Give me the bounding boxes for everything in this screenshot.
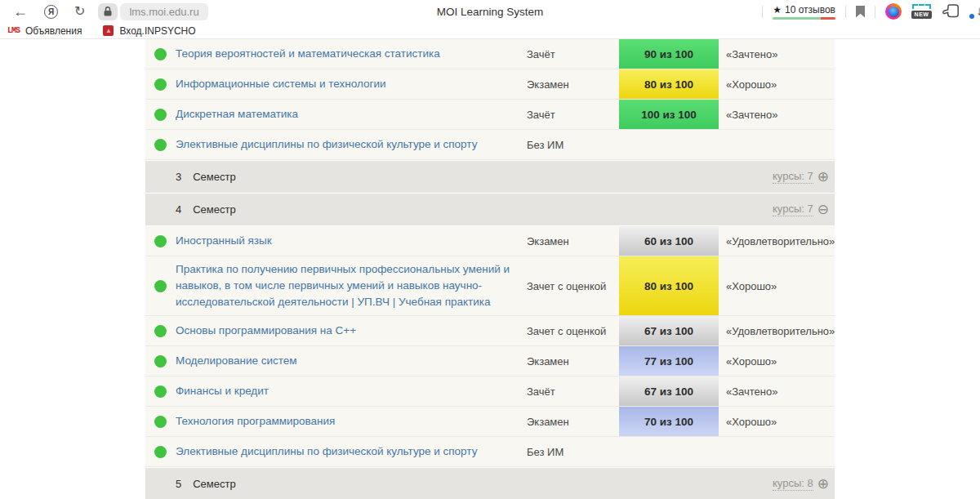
new-badge-label: NEW: [911, 11, 932, 19]
course-row: Информационные системы и технологииЭкзам…: [145, 69, 835, 100]
star-icon: ★: [773, 4, 782, 16]
exam-type-label: Экзамен: [527, 346, 619, 376]
bookmark-flag-icon[interactable]: [856, 6, 865, 18]
status-dot-icon: [154, 385, 167, 398]
course-link[interactable]: Информационные системы и технологии: [176, 76, 386, 92]
exam-type-label: Зачёт: [527, 376, 619, 406]
status-dot-icon: [154, 325, 167, 337]
score-badge: 60 из 100: [619, 226, 719, 256]
course-link[interactable]: Финансы и кредит: [176, 383, 269, 399]
course-name-cell: Практика по получению первичных професси…: [176, 256, 527, 315]
status-cell: [145, 346, 176, 376]
site-reviews-widget[interactable]: ★ 10 отзывов: [773, 4, 835, 20]
grade-label: «Хорошо»: [719, 407, 835, 436]
semester-title: 3Семестр: [176, 171, 236, 183]
grade-label: «Хорошо»: [719, 346, 835, 376]
yandex-home-button[interactable]: Я: [44, 5, 58, 19]
course-row: Элективные дисциплины по физической куль…: [145, 437, 835, 467]
lock-icon[interactable]: [98, 3, 118, 20]
rating-bar-negative: [821, 17, 835, 20]
score-badge: 80 из 100: [619, 69, 719, 99]
courses-count-link[interactable]: курсы: 7: [773, 203, 813, 216]
score-badge: 67 из 100: [619, 376, 719, 406]
course-row: Основы программирования на C++Зачет с оц…: [145, 316, 835, 346]
score-badge: 100 из 100: [619, 100, 719, 129]
extension-icon[interactable]: [885, 3, 902, 20]
rating-bar: [773, 17, 835, 20]
status-dot-icon: [154, 355, 167, 368]
course-link[interactable]: Теория вероятностей и математическая ста…: [176, 46, 440, 62]
back-button[interactable]: ←: [13, 4, 28, 19]
status-dot-icon: [154, 48, 167, 60]
divider: [875, 6, 875, 18]
score-badge: 90 из 100: [619, 39, 719, 69]
glove-icon[interactable]: [942, 4, 960, 20]
course-link[interactable]: Моделирование систем: [176, 353, 297, 369]
semester-row[interactable]: 5Семестркурсы: 8⊕: [145, 468, 835, 499]
course-link[interactable]: Технология программирования: [176, 413, 335, 430]
reviews-count-label: 10 отзывов: [785, 4, 835, 16]
url-text[interactable]: lms.moi.edu.ru: [120, 3, 207, 20]
semester-controls: курсы: 7⊖: [773, 203, 829, 216]
status-dot-icon: [154, 78, 167, 91]
course-name-cell: Информационные системы и технологии: [176, 69, 527, 99]
courses-count-link[interactable]: курсы: 8: [773, 477, 813, 491]
semester-controls: курсы: 8⊕: [773, 477, 829, 491]
course-name-cell: Элективные дисциплины по физической куль…: [176, 437, 527, 466]
course-link[interactable]: Практика по получению первичных професси…: [176, 261, 515, 311]
semester-number: 3: [176, 171, 181, 183]
semester-label: Семестр: [193, 478, 235, 490]
semester-number: 4: [176, 203, 181, 216]
status-dot-icon: [154, 139, 167, 151]
page-title: MOI Learning System: [245, 6, 735, 18]
status-cell: [145, 316, 176, 345]
semester-title: 5Семестр: [176, 478, 236, 490]
semester-label: Семестр: [193, 203, 235, 216]
bookmark-item-announcements[interactable]: LMS Объявления: [7, 25, 82, 37]
course-row: Моделирование системЭкзамен77 из 100«Хор…: [145, 346, 835, 376]
bookmark-label: Вход.INPSYCHO: [119, 25, 195, 37]
collapse-minus-icon[interactable]: ⊖: [817, 203, 829, 216]
courses-count-link[interactable]: курсы: 7: [773, 170, 813, 184]
grade-label: «Удовлетворительно»: [719, 316, 835, 345]
course-name-cell: Дискретная математика: [176, 100, 527, 129]
expand-plus-icon[interactable]: ⊕: [817, 477, 829, 491]
semester-row[interactable]: 3Семестркурсы: 7⊕: [145, 161, 835, 193]
exam-type-label: Экзамен: [527, 226, 619, 256]
status-cell: [145, 437, 176, 466]
exam-type-label: Экзамен: [527, 69, 619, 99]
bookmark-label: Объявления: [25, 25, 82, 37]
status-cell: [145, 39, 176, 69]
status-cell: [145, 256, 176, 315]
semester-row[interactable]: 4Семестркурсы: 7⊖: [145, 194, 835, 225]
course-link[interactable]: Элективные дисциплины по физической куль…: [176, 443, 477, 460]
bookmarks-bar: LMS Объявления ▲ Вход.INPSYCHO: [0, 23, 980, 39]
course-link[interactable]: Дискретная математика: [176, 106, 298, 123]
grade-label: «Хорошо»: [719, 69, 835, 99]
lms-favicon: LMS: [7, 26, 20, 35]
exam-type-label: Зачет с оценкой: [527, 316, 619, 345]
semester-label: Семестр: [193, 171, 235, 183]
course-link[interactable]: Иностранный язык: [176, 233, 272, 249]
course-link[interactable]: Элективные дисциплины по физической куль…: [176, 136, 477, 153]
grades-table: Теория вероятностей и математическая ста…: [145, 39, 835, 499]
divider: [762, 6, 763, 18]
course-name-cell: Финансы и кредит: [176, 376, 527, 406]
refresh-button[interactable]: ↻: [74, 5, 85, 18]
expand-plus-icon[interactable]: ⊕: [817, 170, 829, 184]
screenshot-new-icon[interactable]: NEW: [911, 4, 932, 19]
status-dot-icon: [154, 416, 167, 428]
course-row: Финансы и кредитЗачёт67 из 100«Зачтено»: [145, 376, 835, 407]
status-cell: [145, 407, 176, 436]
status-cell: [145, 130, 176, 159]
grade-label: «Зачтено»: [719, 100, 835, 129]
course-name-cell: Элективные дисциплины по физической куль…: [176, 130, 527, 159]
bookmark-item-inpsycho[interactable]: ▲ Вход.INPSYCHO: [103, 25, 195, 37]
grade-label: «Хорошо»: [719, 256, 835, 315]
download-icon[interactable]: ↓: [969, 3, 980, 20]
score-badge: 80 из 100: [619, 256, 719, 315]
course-link[interactable]: Основы программирования на C++: [176, 323, 356, 339]
status-dot-icon: [154, 446, 167, 458]
status-cell: [145, 376, 176, 406]
address-bar[interactable]: lms.moi.edu.ru: [98, 3, 207, 20]
